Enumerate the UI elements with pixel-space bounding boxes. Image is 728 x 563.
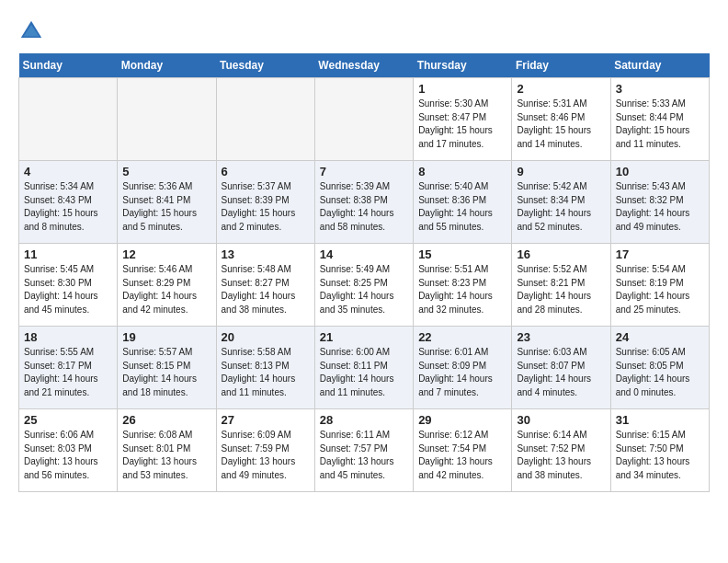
day-number: 3: [616, 82, 704, 96]
calendar-cell: 30Sunrise: 6:14 AM Sunset: 7:52 PM Dayli…: [512, 409, 610, 492]
day-number: 8: [418, 165, 506, 178]
calendar-cell: 3Sunrise: 5:33 AM Sunset: 8:44 PM Daylig…: [610, 78, 709, 161]
calendar-cell: 16Sunrise: 5:52 AM Sunset: 8:21 PM Dayli…: [512, 244, 610, 327]
day-number: 15: [418, 247, 506, 261]
day-number: 5: [122, 165, 210, 178]
day-number: 25: [24, 413, 112, 427]
day-info: Sunrise: 5:48 AM Sunset: 8:27 PM Dayligh…: [222, 263, 310, 316]
day-info: Sunrise: 5:54 AM Sunset: 8:19 PM Dayligh…: [616, 263, 704, 316]
logo-icon: [18, 18, 44, 44]
weekday-header-thursday: Thursday: [414, 53, 512, 78]
day-number: 30: [517, 413, 605, 427]
calendar-cell: 12Sunrise: 5:46 AM Sunset: 8:29 PM Dayli…: [118, 244, 216, 327]
day-info: Sunrise: 5:49 AM Sunset: 8:25 PM Dayligh…: [320, 263, 408, 316]
day-number: 13: [222, 247, 310, 261]
calendar-cell: 15Sunrise: 5:51 AM Sunset: 8:23 PM Dayli…: [414, 244, 512, 327]
day-info: Sunrise: 6:14 AM Sunset: 7:52 PM Dayligh…: [517, 429, 605, 482]
day-number: 20: [222, 330, 310, 344]
calendar-cell: [216, 78, 314, 161]
day-info: Sunrise: 5:45 AM Sunset: 8:30 PM Dayligh…: [24, 263, 112, 316]
day-info: Sunrise: 5:57 AM Sunset: 8:15 PM Dayligh…: [122, 346, 210, 399]
day-info: Sunrise: 5:42 AM Sunset: 8:34 PM Dayligh…: [517, 180, 605, 234]
day-number: 10: [616, 165, 704, 178]
calendar-cell: 13Sunrise: 5:48 AM Sunset: 8:27 PM Dayli…: [216, 244, 314, 327]
day-number: 6: [222, 165, 310, 178]
calendar-cell: 18Sunrise: 5:55 AM Sunset: 8:17 PM Dayli…: [19, 327, 118, 409]
week-row-4: 18Sunrise: 5:55 AM Sunset: 8:17 PM Dayli…: [19, 327, 710, 409]
calendar-cell: 24Sunrise: 6:05 AM Sunset: 8:05 PM Dayli…: [610, 327, 709, 409]
day-number: 14: [320, 247, 408, 261]
calendar-cell: 21Sunrise: 6:00 AM Sunset: 8:11 PM Dayli…: [314, 327, 413, 409]
week-row-5: 25Sunrise: 6:06 AM Sunset: 8:03 PM Dayli…: [19, 409, 710, 492]
day-info: Sunrise: 6:00 AM Sunset: 8:11 PM Dayligh…: [320, 346, 408, 399]
calendar-cell: 29Sunrise: 6:12 AM Sunset: 7:54 PM Dayli…: [414, 409, 512, 492]
day-info: Sunrise: 6:06 AM Sunset: 8:03 PM Dayligh…: [24, 429, 112, 482]
calendar-cell: 5Sunrise: 5:36 AM Sunset: 8:41 PM Daylig…: [118, 161, 216, 244]
calendar-cell: 25Sunrise: 6:06 AM Sunset: 8:03 PM Dayli…: [19, 409, 118, 492]
calendar-cell: 7Sunrise: 5:39 AM Sunset: 8:38 PM Daylig…: [314, 161, 413, 244]
calendar-cell: [314, 78, 413, 161]
calendar-cell: 28Sunrise: 6:11 AM Sunset: 7:57 PM Dayli…: [314, 409, 413, 492]
day-info: Sunrise: 5:39 AM Sunset: 8:38 PM Dayligh…: [320, 180, 408, 234]
day-number: 29: [418, 413, 506, 427]
calendar-cell: 10Sunrise: 5:43 AM Sunset: 8:32 PM Dayli…: [610, 161, 709, 244]
day-info: Sunrise: 5:33 AM Sunset: 8:44 PM Dayligh…: [616, 98, 704, 151]
day-number: 9: [517, 165, 605, 178]
day-info: Sunrise: 5:43 AM Sunset: 8:32 PM Dayligh…: [616, 180, 704, 234]
calendar-cell: 1Sunrise: 5:30 AM Sunset: 8:47 PM Daylig…: [414, 78, 512, 161]
day-number: 22: [418, 330, 506, 344]
calendar-cell: 27Sunrise: 6:09 AM Sunset: 7:59 PM Dayli…: [216, 409, 314, 492]
day-number: 24: [616, 330, 704, 344]
weekday-header-monday: Monday: [118, 53, 216, 78]
calendar-cell: 14Sunrise: 5:49 AM Sunset: 8:25 PM Dayli…: [314, 244, 413, 327]
weekday-header-saturday: Saturday: [610, 53, 709, 78]
day-number: 19: [122, 330, 210, 344]
calendar-cell: 4Sunrise: 5:34 AM Sunset: 8:43 PM Daylig…: [19, 161, 118, 244]
day-number: 21: [320, 330, 408, 344]
calendar-cell: 20Sunrise: 5:58 AM Sunset: 8:13 PM Dayli…: [216, 327, 314, 409]
page-header: [18, 18, 710, 44]
day-info: Sunrise: 6:11 AM Sunset: 7:57 PM Dayligh…: [320, 429, 408, 482]
weekday-header-row: SundayMondayTuesdayWednesdayThursdayFrid…: [19, 53, 710, 78]
calendar-cell: 2Sunrise: 5:31 AM Sunset: 8:46 PM Daylig…: [512, 78, 610, 161]
day-number: 31: [616, 413, 704, 427]
day-info: Sunrise: 5:55 AM Sunset: 8:17 PM Dayligh…: [24, 346, 112, 399]
calendar-cell: 31Sunrise: 6:15 AM Sunset: 7:50 PM Dayli…: [610, 409, 709, 492]
day-info: Sunrise: 5:30 AM Sunset: 8:47 PM Dayligh…: [418, 98, 506, 151]
day-info: Sunrise: 5:46 AM Sunset: 8:29 PM Dayligh…: [122, 263, 210, 316]
day-number: 7: [320, 165, 408, 178]
day-info: Sunrise: 6:09 AM Sunset: 7:59 PM Dayligh…: [222, 429, 310, 482]
day-number: 17: [616, 247, 704, 261]
day-info: Sunrise: 5:34 AM Sunset: 8:43 PM Dayligh…: [24, 180, 112, 234]
day-number: 23: [517, 330, 605, 344]
day-info: Sunrise: 5:37 AM Sunset: 8:39 PM Dayligh…: [222, 180, 310, 234]
day-info: Sunrise: 6:01 AM Sunset: 8:09 PM Dayligh…: [418, 346, 506, 399]
day-number: 16: [517, 247, 605, 261]
calendar-cell: 9Sunrise: 5:42 AM Sunset: 8:34 PM Daylig…: [512, 161, 610, 244]
calendar-cell: 11Sunrise: 5:45 AM Sunset: 8:30 PM Dayli…: [19, 244, 118, 327]
calendar-table: SundayMondayTuesdayWednesdayThursdayFrid…: [18, 53, 710, 492]
day-number: 2: [517, 82, 605, 96]
day-info: Sunrise: 6:05 AM Sunset: 8:05 PM Dayligh…: [616, 346, 704, 399]
calendar-cell: 17Sunrise: 5:54 AM Sunset: 8:19 PM Dayli…: [610, 244, 709, 327]
week-row-1: 1Sunrise: 5:30 AM Sunset: 8:47 PM Daylig…: [19, 78, 710, 161]
weekday-header-tuesday: Tuesday: [216, 53, 314, 78]
day-number: 27: [222, 413, 310, 427]
weekday-header-sunday: Sunday: [19, 53, 118, 78]
weekday-header-friday: Friday: [512, 53, 610, 78]
day-info: Sunrise: 6:03 AM Sunset: 8:07 PM Dayligh…: [517, 346, 605, 399]
day-info: Sunrise: 6:12 AM Sunset: 7:54 PM Dayligh…: [418, 429, 506, 482]
calendar-cell: [118, 78, 216, 161]
day-number: 12: [122, 247, 210, 261]
week-row-3: 11Sunrise: 5:45 AM Sunset: 8:30 PM Dayli…: [19, 244, 710, 327]
day-info: Sunrise: 5:31 AM Sunset: 8:46 PM Dayligh…: [517, 98, 605, 151]
day-number: 4: [24, 165, 112, 178]
calendar-cell: [19, 78, 118, 161]
day-info: Sunrise: 5:52 AM Sunset: 8:21 PM Dayligh…: [517, 263, 605, 316]
calendar-cell: 19Sunrise: 5:57 AM Sunset: 8:15 PM Dayli…: [118, 327, 216, 409]
day-info: Sunrise: 5:36 AM Sunset: 8:41 PM Dayligh…: [122, 180, 210, 234]
weekday-header-wednesday: Wednesday: [314, 53, 413, 78]
calendar-cell: 22Sunrise: 6:01 AM Sunset: 8:09 PM Dayli…: [414, 327, 512, 409]
calendar-cell: 6Sunrise: 5:37 AM Sunset: 8:39 PM Daylig…: [216, 161, 314, 244]
logo: [18, 18, 48, 44]
